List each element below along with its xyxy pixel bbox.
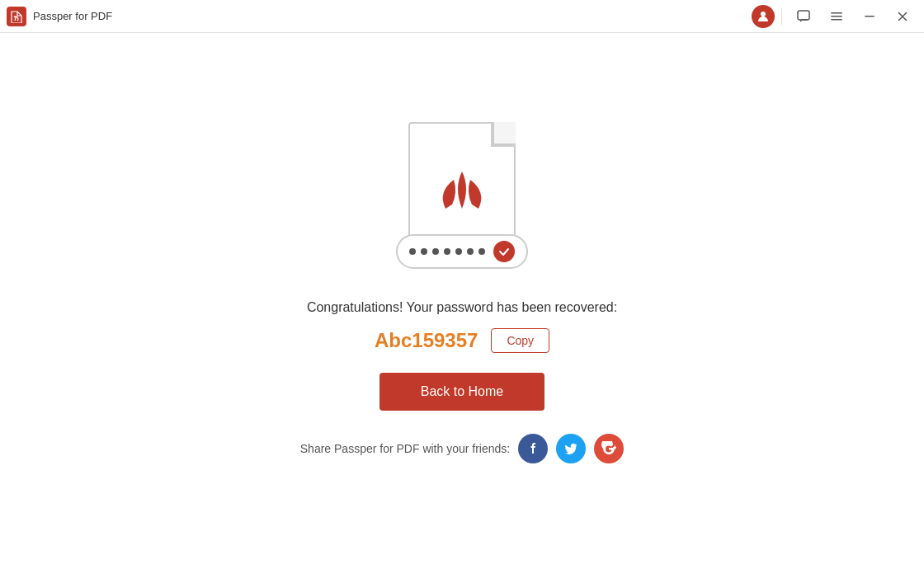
dot-5 [455, 248, 462, 255]
dot-1 [409, 248, 416, 255]
account-icon[interactable] [752, 5, 775, 28]
svg-rect-5 [865, 16, 874, 17]
separator [781, 8, 782, 25]
dot-6 [467, 248, 474, 255]
congrats-text: Congratulations! Your password has been … [307, 300, 617, 315]
window-controls [752, 2, 917, 31]
twitter-button[interactable] [556, 434, 586, 463]
dot-4 [444, 248, 450, 255]
close-button[interactable] [888, 2, 917, 31]
acrobat-logo [429, 155, 495, 221]
share-section: Share Passper for PDF with your friends: [300, 434, 624, 463]
check-circle-icon [493, 241, 515, 262]
svg-point-0 [761, 12, 766, 16]
password-value: Abc159357 [375, 329, 478, 352]
app-title: Passper for PDF [33, 10, 752, 22]
dot-2 [421, 248, 427, 255]
title-bar: Passper for PDF [0, 0, 924, 33]
minimize-button[interactable] [855, 2, 884, 31]
password-bar [396, 234, 528, 269]
pdf-icon-container [400, 122, 524, 254]
facebook-button[interactable] [518, 434, 548, 463]
svg-rect-1 [798, 11, 809, 20]
menu-button[interactable] [822, 2, 851, 31]
app-logo [7, 7, 26, 26]
svg-rect-4 [831, 19, 842, 21]
dot-7 [478, 248, 485, 255]
svg-rect-2 [831, 12, 842, 14]
password-display: Abc159357 Copy [375, 328, 549, 353]
share-text: Share Passper for PDF with your friends: [300, 442, 510, 455]
back-to-home-button[interactable]: Back to Home [380, 373, 544, 411]
page-corner [493, 122, 516, 145]
pdf-page-icon [408, 122, 516, 246]
main-content: Congratulations! Your password has been … [0, 33, 924, 569]
dot-3 [432, 248, 439, 255]
copy-button[interactable]: Copy [491, 328, 549, 353]
svg-rect-3 [831, 16, 842, 17]
chat-button[interactable] [789, 2, 818, 31]
googleplus-button[interactable] [594, 434, 624, 463]
